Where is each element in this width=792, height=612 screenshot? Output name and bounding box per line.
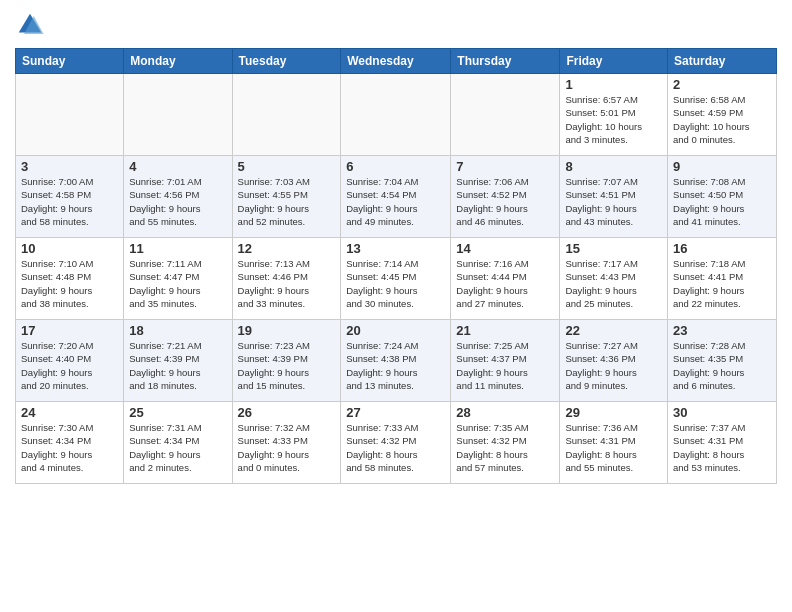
week-row-3: 17Sunrise: 7:20 AM Sunset: 4:40 PM Dayli… [16, 320, 777, 402]
day-number: 28 [456, 405, 554, 420]
day-number: 25 [129, 405, 226, 420]
day-number: 30 [673, 405, 771, 420]
day-info: Sunrise: 7:21 AM Sunset: 4:39 PM Dayligh… [129, 339, 226, 392]
logo [15, 10, 49, 40]
day-number: 16 [673, 241, 771, 256]
calendar-cell: 24Sunrise: 7:30 AM Sunset: 4:34 PM Dayli… [16, 402, 124, 484]
calendar-cell [124, 74, 232, 156]
day-info: Sunrise: 7:30 AM Sunset: 4:34 PM Dayligh… [21, 421, 118, 474]
calendar-cell: 26Sunrise: 7:32 AM Sunset: 4:33 PM Dayli… [232, 402, 341, 484]
day-number: 22 [565, 323, 662, 338]
day-number: 13 [346, 241, 445, 256]
day-number: 5 [238, 159, 336, 174]
day-info: Sunrise: 7:07 AM Sunset: 4:51 PM Dayligh… [565, 175, 662, 228]
calendar-cell: 20Sunrise: 7:24 AM Sunset: 4:38 PM Dayli… [341, 320, 451, 402]
day-info: Sunrise: 7:20 AM Sunset: 4:40 PM Dayligh… [21, 339, 118, 392]
weekday-header-thursday: Thursday [451, 49, 560, 74]
calendar-cell: 1Sunrise: 6:57 AM Sunset: 5:01 PM Daylig… [560, 74, 668, 156]
calendar-cell: 11Sunrise: 7:11 AM Sunset: 4:47 PM Dayli… [124, 238, 232, 320]
calendar-cell: 23Sunrise: 7:28 AM Sunset: 4:35 PM Dayli… [668, 320, 777, 402]
day-info: Sunrise: 6:57 AM Sunset: 5:01 PM Dayligh… [565, 93, 662, 146]
weekday-header-saturday: Saturday [668, 49, 777, 74]
calendar-cell [232, 74, 341, 156]
weekday-header-monday: Monday [124, 49, 232, 74]
day-number: 27 [346, 405, 445, 420]
day-number: 18 [129, 323, 226, 338]
day-number: 8 [565, 159, 662, 174]
day-number: 21 [456, 323, 554, 338]
day-info: Sunrise: 7:23 AM Sunset: 4:39 PM Dayligh… [238, 339, 336, 392]
calendar-cell: 4Sunrise: 7:01 AM Sunset: 4:56 PM Daylig… [124, 156, 232, 238]
day-number: 2 [673, 77, 771, 92]
calendar-cell: 14Sunrise: 7:16 AM Sunset: 4:44 PM Dayli… [451, 238, 560, 320]
day-number: 23 [673, 323, 771, 338]
day-info: Sunrise: 7:17 AM Sunset: 4:43 PM Dayligh… [565, 257, 662, 310]
day-info: Sunrise: 7:00 AM Sunset: 4:58 PM Dayligh… [21, 175, 118, 228]
calendar-cell: 30Sunrise: 7:37 AM Sunset: 4:31 PM Dayli… [668, 402, 777, 484]
calendar-cell: 21Sunrise: 7:25 AM Sunset: 4:37 PM Dayli… [451, 320, 560, 402]
day-info: Sunrise: 7:03 AM Sunset: 4:55 PM Dayligh… [238, 175, 336, 228]
page: SundayMondayTuesdayWednesdayThursdayFrid… [0, 0, 792, 612]
calendar-cell: 29Sunrise: 7:36 AM Sunset: 4:31 PM Dayli… [560, 402, 668, 484]
day-number: 7 [456, 159, 554, 174]
day-number: 10 [21, 241, 118, 256]
weekday-header-wednesday: Wednesday [341, 49, 451, 74]
calendar-cell [16, 74, 124, 156]
calendar-cell: 27Sunrise: 7:33 AM Sunset: 4:32 PM Dayli… [341, 402, 451, 484]
calendar: SundayMondayTuesdayWednesdayThursdayFrid… [15, 48, 777, 484]
day-info: Sunrise: 7:33 AM Sunset: 4:32 PM Dayligh… [346, 421, 445, 474]
week-row-0: 1Sunrise: 6:57 AM Sunset: 5:01 PM Daylig… [16, 74, 777, 156]
calendar-cell: 10Sunrise: 7:10 AM Sunset: 4:48 PM Dayli… [16, 238, 124, 320]
calendar-cell: 19Sunrise: 7:23 AM Sunset: 4:39 PM Dayli… [232, 320, 341, 402]
day-info: Sunrise: 7:36 AM Sunset: 4:31 PM Dayligh… [565, 421, 662, 474]
day-number: 14 [456, 241, 554, 256]
day-info: Sunrise: 7:32 AM Sunset: 4:33 PM Dayligh… [238, 421, 336, 474]
calendar-cell [451, 74, 560, 156]
day-info: Sunrise: 6:58 AM Sunset: 4:59 PM Dayligh… [673, 93, 771, 146]
day-number: 4 [129, 159, 226, 174]
day-number: 15 [565, 241, 662, 256]
logo-icon [15, 10, 45, 40]
day-info: Sunrise: 7:16 AM Sunset: 4:44 PM Dayligh… [456, 257, 554, 310]
calendar-cell: 28Sunrise: 7:35 AM Sunset: 4:32 PM Dayli… [451, 402, 560, 484]
week-row-4: 24Sunrise: 7:30 AM Sunset: 4:34 PM Dayli… [16, 402, 777, 484]
day-info: Sunrise: 7:04 AM Sunset: 4:54 PM Dayligh… [346, 175, 445, 228]
day-number: 17 [21, 323, 118, 338]
calendar-cell: 25Sunrise: 7:31 AM Sunset: 4:34 PM Dayli… [124, 402, 232, 484]
day-number: 12 [238, 241, 336, 256]
day-number: 19 [238, 323, 336, 338]
day-info: Sunrise: 7:06 AM Sunset: 4:52 PM Dayligh… [456, 175, 554, 228]
day-info: Sunrise: 7:25 AM Sunset: 4:37 PM Dayligh… [456, 339, 554, 392]
day-number: 20 [346, 323, 445, 338]
calendar-cell: 3Sunrise: 7:00 AM Sunset: 4:58 PM Daylig… [16, 156, 124, 238]
day-info: Sunrise: 7:08 AM Sunset: 4:50 PM Dayligh… [673, 175, 771, 228]
day-number: 6 [346, 159, 445, 174]
calendar-cell: 17Sunrise: 7:20 AM Sunset: 4:40 PM Dayli… [16, 320, 124, 402]
calendar-cell: 22Sunrise: 7:27 AM Sunset: 4:36 PM Dayli… [560, 320, 668, 402]
calendar-cell: 16Sunrise: 7:18 AM Sunset: 4:41 PM Dayli… [668, 238, 777, 320]
calendar-cell: 15Sunrise: 7:17 AM Sunset: 4:43 PM Dayli… [560, 238, 668, 320]
calendar-cell: 2Sunrise: 6:58 AM Sunset: 4:59 PM Daylig… [668, 74, 777, 156]
day-number: 29 [565, 405, 662, 420]
day-number: 26 [238, 405, 336, 420]
weekday-header-tuesday: Tuesday [232, 49, 341, 74]
calendar-cell: 18Sunrise: 7:21 AM Sunset: 4:39 PM Dayli… [124, 320, 232, 402]
day-number: 9 [673, 159, 771, 174]
day-number: 1 [565, 77, 662, 92]
calendar-cell: 5Sunrise: 7:03 AM Sunset: 4:55 PM Daylig… [232, 156, 341, 238]
day-number: 3 [21, 159, 118, 174]
day-info: Sunrise: 7:13 AM Sunset: 4:46 PM Dayligh… [238, 257, 336, 310]
day-info: Sunrise: 7:37 AM Sunset: 4:31 PM Dayligh… [673, 421, 771, 474]
day-number: 11 [129, 241, 226, 256]
calendar-cell [341, 74, 451, 156]
day-info: Sunrise: 7:24 AM Sunset: 4:38 PM Dayligh… [346, 339, 445, 392]
calendar-cell: 7Sunrise: 7:06 AM Sunset: 4:52 PM Daylig… [451, 156, 560, 238]
calendar-cell: 9Sunrise: 7:08 AM Sunset: 4:50 PM Daylig… [668, 156, 777, 238]
weekday-header-sunday: Sunday [16, 49, 124, 74]
day-info: Sunrise: 7:10 AM Sunset: 4:48 PM Dayligh… [21, 257, 118, 310]
calendar-cell: 13Sunrise: 7:14 AM Sunset: 4:45 PM Dayli… [341, 238, 451, 320]
day-info: Sunrise: 7:27 AM Sunset: 4:36 PM Dayligh… [565, 339, 662, 392]
week-row-1: 3Sunrise: 7:00 AM Sunset: 4:58 PM Daylig… [16, 156, 777, 238]
day-info: Sunrise: 7:18 AM Sunset: 4:41 PM Dayligh… [673, 257, 771, 310]
day-info: Sunrise: 7:14 AM Sunset: 4:45 PM Dayligh… [346, 257, 445, 310]
